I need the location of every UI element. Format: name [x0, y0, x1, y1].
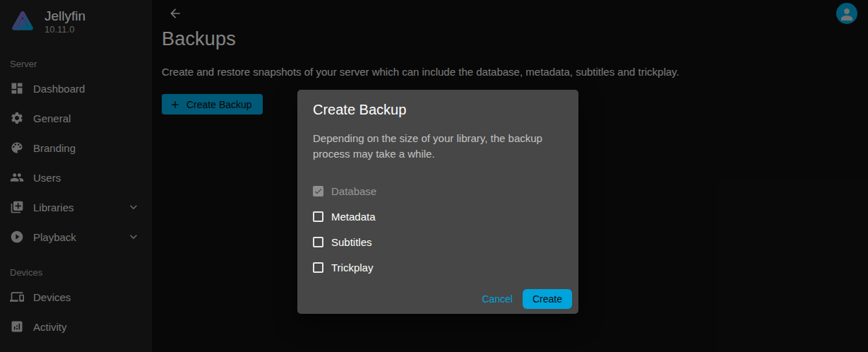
checkbox-label: Trickplay	[331, 262, 373, 274]
jellyfin-dashboard: Jellyfin 10.11.0 Server Dashboard Genera…	[0, 0, 868, 352]
checkbox-database: Database	[313, 178, 563, 204]
create-backup-dialog: Create Backup Depending on the size of y…	[297, 90, 578, 314]
checkbox-label: Subtitles	[331, 236, 372, 248]
checkbox-subtitles[interactable]: Subtitles	[313, 229, 563, 254]
checkbox-metadata[interactable]: Metadata	[313, 204, 563, 229]
checkbox-trickplay[interactable]: Trickplay	[313, 254, 563, 280]
checkbox-label: Metadata	[331, 211, 376, 223]
create-button[interactable]: Create	[523, 289, 572, 309]
dialog-footer: Cancel Create	[475, 289, 572, 309]
checkbox-unchecked-icon	[313, 262, 323, 273]
dialog-title: Create Backup	[313, 102, 563, 118]
checkbox-unchecked-icon	[313, 237, 323, 247]
cancel-button[interactable]: Cancel	[475, 289, 520, 309]
checkbox-label: Database	[331, 185, 376, 197]
backup-options-list: Database Metadata Subtitles Trickplay	[313, 178, 563, 280]
checkbox-checked-icon	[313, 186, 323, 196]
dialog-description: Depending on the size of your library, t…	[313, 131, 546, 162]
checkbox-unchecked-icon	[313, 211, 323, 222]
